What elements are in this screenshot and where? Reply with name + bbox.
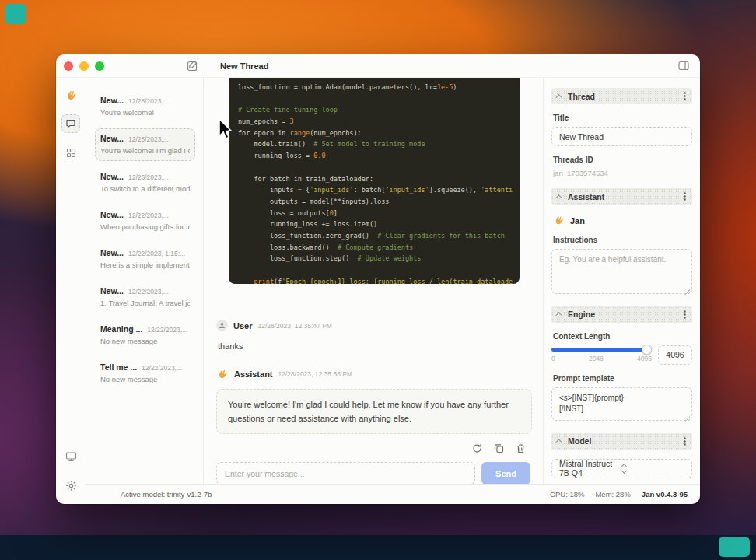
send-button[interactable]: Send	[481, 462, 530, 484]
thread-preview: You're welcome!	[100, 108, 190, 117]
status-bar: Active model: trinity-v1.2-7b CPU: 18% M…	[86, 484, 700, 504]
kebab-menu-icon[interactable]	[684, 92, 686, 100]
resize-grip-icon[interactable]	[684, 289, 690, 295]
context-length-value[interactable]: 4096	[658, 345, 692, 365]
rail-system-monitor-icon[interactable]	[61, 447, 80, 466]
traffic-lights	[56, 61, 104, 71]
thread-date: 12/22/2023,...	[142, 364, 182, 372]
thread-list-item[interactable]: New... 12/22/2023,... When purchasing gi…	[95, 205, 195, 237]
toggle-right-panel-icon[interactable]	[678, 61, 689, 71]
thread-preview: No new message	[100, 375, 190, 383]
thread-title: New...	[100, 286, 124, 296]
resize-grip-icon[interactable]	[684, 416, 690, 422]
thread-date: 12/28/2023,...	[128, 135, 169, 143]
thread-date: 12/22/2023,...	[147, 326, 187, 334]
thread-list-sidebar: New... 12/28/2023,... You're welcome! Ne…	[86, 78, 204, 484]
thread-preview: Here is a simple implementati...	[100, 261, 190, 269]
assistant-identity: Jan	[553, 215, 691, 226]
prompt-template-textarea[interactable]: <s>[INST]{prompt} [/INST]	[551, 387, 692, 421]
thread-list-item[interactable]: New... 12/26/2023,... To switch to a dif…	[95, 166, 195, 199]
thread-list-item[interactable]: New... 12/28/2023,... You're welcome! I'…	[95, 128, 195, 161]
thread-preview: To switch to a different model,...	[100, 184, 190, 193]
assistant-section-header[interactable]: Assistant	[551, 188, 692, 205]
context-length-label: Context Length	[553, 332, 691, 341]
window-title: New Thread	[220, 61, 268, 71]
thread-title: New...	[100, 172, 124, 181]
section-title: Thread	[568, 92, 678, 101]
assistant-message-header: Assistant 12/28/2023, 12:35:56 PM	[216, 368, 530, 380]
thread-list-item[interactable]: New... 12/22/2023,... 1. Travel Journal:…	[95, 281, 195, 313]
desktop-accent-top-left	[5, 4, 26, 24]
thread-list-item[interactable]: Meaning ... 12/22/2023,... No new messag…	[95, 319, 195, 352]
engine-section-header[interactable]: Engine	[551, 306, 692, 323]
user-message-header: User 12/28/2023, 12:35:47 PM	[216, 320, 530, 331]
assistant-avatar-hand-icon	[216, 368, 229, 380]
message-timestamp: 12/28/2023, 12:35:56 PM	[278, 370, 352, 378]
model-section-header[interactable]: Model	[551, 433, 692, 450]
active-model-status: Active model: trinity-v1.2-7b	[121, 490, 212, 499]
jan-app-window: New Thread	[56, 54, 700, 504]
assistant-message-bubble: You're welcome! I'm glad I could help. L…	[216, 389, 532, 434]
close-window-button[interactable]	[64, 61, 73, 71]
model-selected-value: Mistral Instruct 7B Q4	[559, 459, 622, 478]
thread-date: 12/22/2023, 1:15:...	[128, 250, 185, 257]
desktop-accent-bottom-right	[719, 537, 750, 557]
section-title: Engine	[568, 310, 678, 319]
thread-section-header[interactable]: Thread	[551, 88, 692, 104]
left-icon-rail	[56, 78, 86, 504]
jan-hand-icon	[553, 215, 565, 226]
zoom-window-button[interactable]	[95, 61, 104, 71]
thread-preview: You're welcome! I'm glad I cou...	[100, 146, 190, 155]
right-settings-panel: Thread Title Threads ID jan_1703574534 A…	[544, 78, 700, 484]
threads-id-label: Threads ID	[553, 156, 691, 164]
copy-icon[interactable]	[494, 443, 504, 453]
message-timestamp: 12/28/2023, 12:35:47 PM	[257, 322, 331, 330]
thread-date: 12/22/2023,...	[128, 288, 169, 296]
cpu-usage: CPU: 18%	[550, 490, 584, 499]
thread-list-item[interactable]: Tell me ... 12/22/2023,... No new messag…	[95, 357, 195, 390]
context-length-slider[interactable]	[551, 348, 652, 352]
thread-title: New...	[100, 96, 124, 105]
message-input[interactable]	[216, 462, 475, 484]
chat-area: loss_function = optim.Adam(model.paramet…	[204, 78, 544, 484]
kebab-menu-icon[interactable]	[684, 437, 686, 446]
rail-hub-grid-icon[interactable]	[61, 143, 80, 162]
thread-title-input[interactable]	[551, 127, 692, 146]
thread-preview: When purchasing gifts for in-...	[100, 222, 190, 231]
thread-title: New...	[100, 210, 124, 219]
desktop-bottom-strip	[0, 535, 756, 560]
collapse-chevron-icon	[555, 439, 562, 445]
delete-message-trash-icon[interactable]	[516, 443, 526, 453]
rail-settings-gear-icon[interactable]	[61, 476, 80, 495]
kebab-menu-icon[interactable]	[684, 310, 686, 319]
section-title: Model	[568, 436, 678, 446]
thread-preview: 1. Travel Journal: A travel journ...	[100, 299, 190, 307]
model-select[interactable]: Mistral Instruct 7B Q4	[551, 459, 692, 478]
new-thread-compose-icon[interactable]	[187, 60, 198, 72]
slider-ticks: 020484096	[551, 355, 652, 362]
select-chevrons-icon	[622, 464, 685, 473]
assistant-name: Jan	[570, 216, 585, 226]
collapse-chevron-icon	[555, 94, 562, 100]
regenerate-icon[interactable]	[472, 443, 482, 453]
thread-title: Tell me ...	[100, 362, 137, 372]
code-block: loss_function = optim.Adam(model.paramet…	[229, 78, 520, 284]
thread-title: New...	[100, 248, 124, 257]
titlebar: New Thread	[56, 54, 700, 78]
section-title: Assistant	[568, 192, 678, 201]
minimize-window-button[interactable]	[79, 61, 89, 71]
title-label: Title	[553, 114, 691, 122]
message-role: Assistant	[234, 369, 273, 379]
threads-id-value: jan_1703574534	[553, 169, 691, 177]
memory-usage: Mem: 28%	[595, 490, 630, 499]
thread-date: 12/28/2023,...	[128, 97, 169, 105]
instructions-textarea[interactable]	[551, 249, 692, 294]
slider-handle[interactable]	[642, 345, 652, 355]
prompt-template-label: Prompt template	[553, 374, 691, 383]
thread-list-item[interactable]: New... 12/28/2023,... You're welcome!	[95, 90, 195, 123]
kebab-menu-icon[interactable]	[684, 192, 686, 201]
user-message-text: thanks	[218, 341, 530, 351]
desktop-wallpaper: New Thread	[0, 0, 756, 560]
rail-chat-threads-icon[interactable]	[61, 114, 80, 133]
thread-list-item[interactable]: New... 12/22/2023, 1:15:... Here is a si…	[95, 243, 195, 275]
